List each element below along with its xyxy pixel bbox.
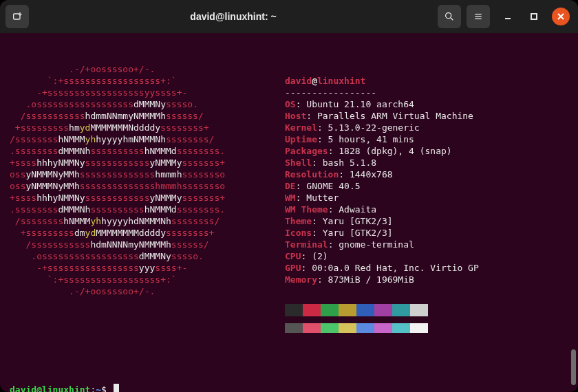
prompt-userhost: david@linuxhint [10,384,90,392]
color-swatch [339,323,356,333]
info-line: WM Theme: Adwaita [285,204,568,215]
color-swatch [285,304,303,316]
info-line: Resolution: 1440x768 [285,168,568,180]
close-icon [557,12,565,21]
color-swatch [303,323,321,333]
ascii-logo: .-/+oossssoo+/-. `:+ssssssssssssssssss+:… [10,63,285,356]
info-line: Memory: 873MiB / 1969MiB [285,274,568,285]
info-line: WM: Mutter [285,192,568,204]
terminal-body[interactable]: .-/+oossssoo+/-. `:+ssssssssssssssssss+:… [0,33,578,392]
nf-host: linuxhint [317,76,365,86]
color-swatch [321,323,339,333]
new-tab-button[interactable] [6,5,29,28]
hamburger-icon [473,11,484,22]
minimize-button[interactable] [500,8,516,25]
color-swatch [303,304,321,316]
terminal-window: david@linuxhint: ~ [0,0,578,392]
close-button[interactable] [552,8,570,25]
prompt-path: ~ [96,384,101,392]
svg-rect-9 [531,14,537,19]
minimize-icon [504,12,512,21]
color-swatches-row2 [285,323,568,333]
color-swatch [285,323,303,333]
color-swatch [410,304,428,316]
shell-prompt: david@linuxhint:~$ [10,384,568,392]
color-swatches-row1 [285,304,568,316]
neofetch-output: .-/+oossssoo+/-. `:+ssssssssssssssssss+:… [10,63,568,356]
color-swatch [392,304,410,316]
info-line: Icons: Yaru [GTK2/3] [285,227,568,239]
scrollbar-thumb[interactable] [571,349,576,385]
nf-at: @ [312,76,317,86]
info-line: Kernel: 5.13.0-22-generic [285,122,568,133]
cursor [114,384,119,392]
nf-user: david [285,76,312,86]
maximize-button[interactable] [526,8,542,25]
info-lines: OS: Ubuntu 21.10 aarch64Host: Parallels … [285,98,568,285]
nf-dashline: ----------------- [285,87,376,98]
hamburger-menu-button[interactable] [467,5,490,28]
svg-line-4 [451,18,453,20]
color-swatch [321,304,339,316]
info-line: CPU: (2) [285,250,568,262]
svg-point-3 [446,13,451,19]
search-icon [444,11,455,22]
color-swatch [339,304,356,316]
info-line: Terminal: gnome-terminal [285,239,568,250]
info-line: OS: Ubuntu 21.10 aarch64 [285,98,568,110]
info-line: Packages: 1828 (dpkg), 4 (snap) [285,145,568,157]
color-swatch [392,323,410,333]
info-line: GPU: 00:0a.0 Red Hat, Inc. Virtio GP [285,262,568,274]
system-info: david@linuxhint ----------------- OS: Ub… [285,63,568,356]
info-line: Theme: Yaru [GTK2/3] [285,215,568,227]
search-button[interactable] [438,5,461,28]
color-swatch [356,323,374,333]
info-line: DE: GNOME 40.5 [285,180,568,192]
color-swatch [374,323,392,333]
prompt-sep2: $ [101,384,112,392]
info-line: Host: Parallels ARM Virtual Machine [285,110,568,122]
color-swatch [410,323,428,333]
new-tab-icon [12,11,23,22]
titlebar: david@linuxhint: ~ [0,0,578,33]
maximize-icon [530,12,538,21]
color-swatch [356,304,374,316]
info-line: Uptime: 5 hours, 41 mins [285,133,568,145]
color-swatch [374,304,392,316]
window-title: david@linuxhint: ~ [34,11,432,22]
info-line: Shell: bash 5.1.8 [285,157,568,168]
window-controls [500,8,570,25]
